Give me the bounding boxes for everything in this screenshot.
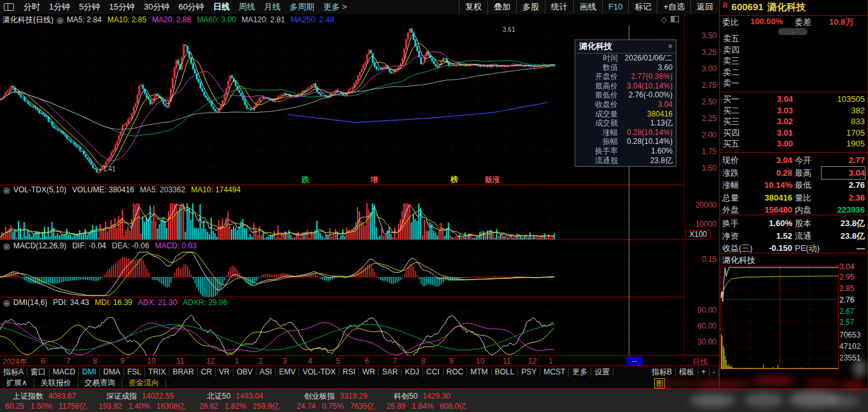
popup-title-bar[interactable]: 潞化科技× bbox=[575, 40, 676, 53]
indicator-tab-25[interactable]: 设置 bbox=[591, 367, 613, 377]
period-menu-item-0[interactable]: 分时 bbox=[24, 1, 40, 13]
buy-level-1[interactable]: 买二3.03382 bbox=[720, 105, 867, 116]
indicator-tab-right-0[interactable]: 指标B bbox=[648, 367, 676, 377]
indicator-tab-24[interactable]: 更多 bbox=[569, 367, 591, 377]
stat-value-1: 10.14% bbox=[752, 179, 792, 191]
price-tick-5: 2.25 bbox=[685, 115, 717, 123]
event-marker-1: 增 bbox=[370, 174, 378, 185]
indicator-tab-17[interactable]: KDJ bbox=[402, 367, 423, 377]
tool-menu-item-1[interactable]: 叠加 bbox=[487, 0, 516, 14]
buy-level-2[interactable]: 买三3.02833 bbox=[720, 116, 867, 127]
sell-level-2[interactable]: 卖三 bbox=[720, 55, 867, 66]
x-axis-label-1: 6 bbox=[41, 357, 45, 366]
indicator-tab-10[interactable]: OBV bbox=[234, 367, 256, 377]
indicator-tab-9[interactable]: VR bbox=[216, 367, 234, 377]
buy-level-0[interactable]: 买一3.04103505 bbox=[720, 94, 867, 104]
indicator-tab-22[interactable]: PSY bbox=[518, 367, 540, 377]
layout-icon[interactable] bbox=[4, 3, 14, 11]
dmi-canvas[interactable] bbox=[0, 308, 684, 355]
indicator-tab-right-2[interactable]: + bbox=[698, 367, 710, 377]
indicator-tab-3[interactable]: DMI bbox=[79, 367, 100, 377]
indicator-tab-4[interactable]: DMA bbox=[100, 367, 124, 377]
period-menu-item-5[interactable]: 60分钟 bbox=[178, 1, 204, 13]
sell-level-1[interactable]: 卖四 bbox=[720, 45, 867, 55]
buy-level-4[interactable]: 买五3.001905 bbox=[720, 138, 867, 149]
indicator-tab-right-1[interactable]: 模板 bbox=[676, 367, 698, 377]
index-block-1[interactable]: 深证成指14022.55193.921.40%16308亿 bbox=[99, 389, 194, 412]
buy-level-3[interactable]: 买四3.011705 bbox=[720, 127, 867, 138]
vol-panel-header[interactable]: ⌄VOL-TDX(5,10)VOLUME: 380416MA5: 203362M… bbox=[0, 185, 684, 194]
tool-menu-item-8[interactable]: 返回 bbox=[690, 0, 719, 14]
sell-level-4[interactable]: 卖一 bbox=[720, 78, 867, 89]
period-menu-item-7[interactable]: 周线 bbox=[239, 1, 255, 13]
indicator-tab-20[interactable]: MTM bbox=[467, 367, 491, 377]
indicator-tab-19[interactable]: ROC bbox=[444, 367, 468, 377]
indicator-tab-14[interactable]: RSI bbox=[339, 367, 359, 377]
crosshair-x-box: -- bbox=[626, 357, 643, 366]
indicator-tab-2[interactable]: MACD bbox=[50, 367, 79, 377]
period-menu-item-2[interactable]: 5分钟 bbox=[79, 1, 100, 13]
close-icon[interactable]: × bbox=[668, 40, 673, 53]
mini-price-tick-1: 2.95 bbox=[839, 273, 867, 281]
price-tick-3: 2.75 bbox=[685, 82, 717, 90]
index-block-0[interactable]: 上证指数4083.6760.251.50%11758亿 bbox=[5, 389, 101, 412]
indicator-tab-21[interactable]: BOLL bbox=[492, 367, 519, 377]
footer-tab-2[interactable]: 交易查询 bbox=[78, 378, 122, 388]
footer-tab-1[interactable]: 关联报价 bbox=[34, 378, 78, 388]
macd-panel-header[interactable]: ⌄MACD(12,26,9)DIF: -0.04DEA: -0.06MACD: … bbox=[0, 241, 684, 250]
indicator-tab-11[interactable]: ASI bbox=[256, 367, 276, 377]
footer-tab-0[interactable]: 扩展∧ bbox=[0, 378, 34, 388]
quote-popup[interactable]: 潞化科技× 时间2026/01/06/二数值3.60开盘价2.77(0.36%)… bbox=[575, 39, 676, 167]
collapse-button[interactable]: ⌄ bbox=[778, 28, 808, 35]
index-block-4[interactable]: 科创501429.3025.891.84%808.0亿 bbox=[386, 389, 482, 412]
tool-menu-item-4[interactable]: 画线 bbox=[573, 0, 602, 14]
dmi-panel-header[interactable]: ⌄DMI(14,6)PDI: 34.43MDI: 16.39ADX: 21.30… bbox=[0, 298, 684, 307]
indicator-tab-12[interactable]: EMV bbox=[276, 367, 299, 377]
period-menu-item-1[interactable]: 1分钟 bbox=[49, 1, 70, 13]
indicator-tab-15[interactable]: WR bbox=[359, 367, 379, 377]
chevron-down-icon[interactable]: ⌄ bbox=[3, 187, 10, 194]
x-axis-label-7: 12 bbox=[206, 357, 214, 366]
intraday-mini-canvas[interactable] bbox=[720, 266, 839, 369]
index-block-2[interactable]: 北证501493.0426.621.82%259.9亿 bbox=[199, 389, 295, 412]
chevron-down-icon[interactable]: ⌄ bbox=[3, 243, 10, 250]
period-menu-item-4[interactable]: 30分钟 bbox=[144, 1, 169, 13]
period-menu-item-8[interactable]: 月线 bbox=[264, 1, 281, 13]
volume-canvas[interactable] bbox=[0, 195, 684, 239]
indicator-tab-6[interactable]: TRIX bbox=[145, 367, 169, 377]
panel-toggle-icon[interactable] bbox=[671, 16, 679, 22]
tool-menu-item-6[interactable]: 标记 bbox=[628, 0, 657, 14]
stat-row-5: 换手1.60%股本23.8亿 bbox=[720, 217, 867, 229]
period-menu-item-10[interactable]: 更多 > bbox=[323, 1, 347, 13]
indicator-tab-16[interactable]: SAR bbox=[379, 367, 402, 377]
macd-canvas[interactable] bbox=[0, 251, 684, 297]
period-menu-item-3[interactable]: 15分钟 bbox=[109, 1, 134, 13]
indicator-tab-1[interactable]: 窗口 bbox=[27, 367, 50, 377]
tool-menu-item-3[interactable]: 统计 bbox=[545, 0, 573, 14]
footer-tab-3[interactable]: 资金流向 bbox=[122, 378, 166, 388]
indicator-tab-13[interactable]: VOL-TDX bbox=[299, 367, 339, 377]
indicator-tab-7[interactable]: BRAR bbox=[169, 367, 197, 377]
indicator-tab-8[interactable]: CR bbox=[198, 367, 216, 377]
index-pct: 1.50% bbox=[31, 402, 52, 411]
tool-menu-item-7[interactable]: +自选 bbox=[657, 0, 690, 14]
weibi-label: 委比 bbox=[722, 17, 739, 28]
diamond-icon[interactable]: ◇ bbox=[661, 15, 667, 24]
x-axis-label-9: 2 bbox=[258, 357, 263, 366]
tool-menu-item-0[interactable]: 复权 bbox=[459, 0, 487, 14]
sell-level-3[interactable]: 卖二 bbox=[720, 67, 867, 78]
index-block-3[interactable]: 创业板指3319.2924.740.75%7635亿 bbox=[297, 389, 392, 412]
period-menu-item-6[interactable]: 日线 bbox=[213, 1, 230, 13]
indicator-tab-18[interactable]: CCI bbox=[423, 367, 444, 377]
indicator-tab-23[interactable]: MCST bbox=[540, 367, 569, 377]
tool-menu-item-2[interactable]: 多股 bbox=[516, 0, 545, 14]
indicator-tab-5[interactable]: FSL bbox=[124, 367, 145, 377]
low-annotation: 1.41 bbox=[103, 166, 115, 173]
chevron-down-icon[interactable]: ⌄ bbox=[3, 300, 10, 307]
ratio-row: 委比 100.00% 委差 10.8万 bbox=[720, 17, 867, 27]
chevron-down-icon[interactable]: ⌄ bbox=[57, 17, 64, 24]
indicator-tab-right-3[interactable]: - bbox=[710, 367, 719, 377]
indicator-tab-0[interactable]: 指标A bbox=[0, 367, 27, 377]
period-menu-item-9[interactable]: 多周期 bbox=[290, 1, 314, 13]
tool-menu-item-5[interactable]: F10 bbox=[602, 0, 628, 14]
